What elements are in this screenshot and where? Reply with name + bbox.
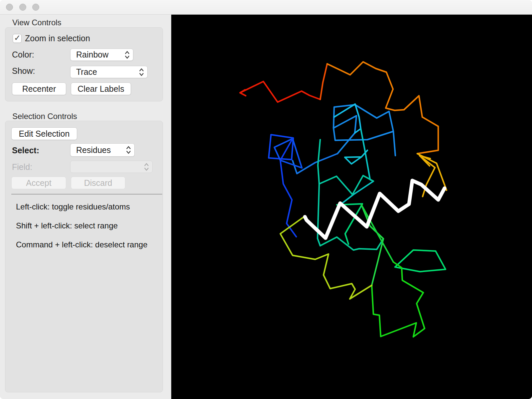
trace-segment-green-diagonal: [361, 205, 393, 262]
sidebar: View Controls Zoom in selection Color: R…: [0, 15, 171, 399]
help-line-left-click: Left-click: toggle residues/atoms: [16, 202, 130, 211]
chevron-up-down-icon: [144, 162, 149, 171]
protein-trace: [240, 62, 447, 337]
select-mode-select[interactable]: Residues: [70, 143, 135, 157]
color-label: Color:: [12, 50, 34, 60]
chevron-up-down-icon: [139, 67, 144, 76]
help-line-shift-click: Shift + left-click: select range: [16, 221, 118, 230]
zoom-in-selection-checkbox[interactable]: [13, 34, 22, 43]
zoom-window-button[interactable]: [32, 4, 39, 11]
close-button[interactable]: [6, 4, 13, 11]
trace-segment-red-main: [240, 81, 320, 102]
trace-segment-blue-square: [269, 135, 293, 160]
trace-segment-green-bottom: [372, 262, 425, 337]
trace-segment-lightblue-descender: [293, 154, 337, 174]
trace-segment-cyan-knot: [345, 150, 367, 164]
trace-segment-teal-bottom: [320, 237, 383, 250]
show-label: Show:: [12, 66, 35, 76]
titlebar: [0, 0, 532, 15]
trace-segment-blue-descender: [280, 139, 296, 237]
minimize-button[interactable]: [19, 4, 26, 11]
edit-selection-button[interactable]: Edit Selection: [11, 127, 77, 140]
field-select[interactable]: [70, 161, 153, 173]
selection-controls-label: Selection Controls: [12, 112, 77, 121]
color-select[interactable]: Rainbow: [70, 49, 133, 61]
chevron-up-down-icon: [124, 50, 130, 59]
trace-segment-green-right-loop: [395, 250, 446, 272]
help-line-command-click: Command + left-click: deselect range: [16, 240, 148, 249]
select-label: Select:: [12, 146, 39, 155]
trace-segment-teal-zigzag: [319, 176, 373, 195]
accept-button[interactable]: Accept: [11, 177, 66, 189]
color-select-value: Rainbow: [76, 50, 108, 60]
view-controls-label: View Controls: [12, 18, 62, 27]
zoom-in-selection-label: Zoom in selection: [25, 34, 90, 43]
discard-button[interactable]: Discard: [71, 177, 125, 189]
trace-segment-lightblue-diagonal: [333, 116, 356, 154]
show-select[interactable]: Trace: [70, 66, 148, 78]
recenter-button[interactable]: Recenter: [12, 82, 66, 95]
molecule-trace: [171, 15, 532, 399]
app-window: View Controls Zoom in selection Color: R…: [0, 0, 532, 399]
trace-segment-lightblue-stub: [393, 131, 395, 156]
selection-controls-group: Edit Selection Select: Residues Field: A…: [5, 121, 163, 392]
field-label: Field:: [12, 162, 32, 172]
trace-segment-chartreuse: [280, 216, 372, 299]
clear-labels-button[interactable]: Clear Labels: [71, 82, 131, 95]
select-mode-value: Residues: [76, 145, 111, 155]
molecule-viewport[interactable]: [171, 15, 532, 399]
trace-segment-red-orange-rise: [320, 64, 327, 99]
chevron-up-down-icon: [126, 146, 131, 155]
view-controls-group: Zoom in selection Color: Rainbow Show: T…: [5, 27, 163, 101]
divider: [11, 194, 162, 195]
trace-segment-blue-quad: [274, 139, 302, 168]
show-select-value: Trace: [76, 67, 97, 77]
